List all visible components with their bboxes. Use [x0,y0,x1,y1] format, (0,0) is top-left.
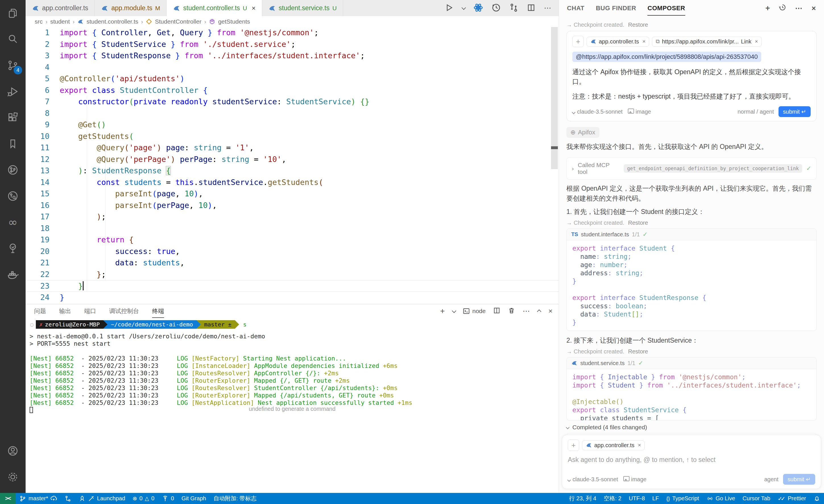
panel-tab-problems[interactable]: 问题 [34,307,46,315]
image-button[interactable]: image [623,476,646,483]
indentation-item[interactable]: 空格: 2 [600,493,625,504]
new-terminal-icon[interactable]: + [440,306,445,316]
eol-item[interactable]: LF [648,493,662,504]
model-selector[interactable]: claude-3.5-sonnet [568,476,618,483]
applied-check-icon: ✓ [638,360,643,367]
source-control-icon[interactable]: 4 [0,52,26,79]
restore-link[interactable]: Restore [628,348,648,355]
submit-button[interactable]: submit ↵ [779,106,811,117]
language-item[interactable]: {} TypeScript [662,493,703,504]
remote-indicator[interactable]: >< [0,493,16,504]
image-button[interactable]: image [628,109,651,115]
composer-input-placeholder[interactable]: Ask agent to do anything, @ to mention, … [568,456,815,464]
mode-label[interactable]: normal / agent [738,109,774,115]
panel-tab-ports[interactable]: 端口 [84,307,96,315]
tab-app-module[interactable]: app.module.ts M [95,0,167,16]
project-tree-icon[interactable] [0,235,26,261]
composer-more-icon[interactable]: ⋯ [795,4,803,13]
mcp-tool-card[interactable]: › Called MCP tool get_endpoint_openapi_d… [566,157,817,179]
scm-graph-item[interactable] [61,493,75,504]
search-icon[interactable] [0,26,26,52]
infinity-icon[interactable]: ∞ [0,209,26,235]
close-tab-icon[interactable]: × [251,4,255,12]
panel-more-icon[interactable]: ⋯ [523,307,531,316]
terminal-prompt: ○ ✗zeroliu@Zero-MBP ~/code/demo/nest-ai-… [29,320,559,329]
tab-app-controller[interactable]: app.controller.ts [26,0,95,16]
explorer-icon[interactable] [0,0,26,26]
command-decoration-icon[interactable]: ○ [30,321,33,328]
tab-bug-finder[interactable]: BUG FINDER [596,5,636,12]
run-debug-icon[interactable] [0,79,26,105]
remove-chip-icon[interactable]: × [755,38,758,44]
compare-changes-icon[interactable] [509,3,518,13]
terminal[interactable]: ○ ✗zeroliu@Zero-MBP ~/code/demo/nest-ai-… [26,320,559,414]
add-context-button[interactable]: + [568,439,579,451]
prettier-item[interactable]: ✓✓ Prettier [774,493,810,504]
composer-input-card[interactable]: + app.controller.ts × Ask agent to do an… [562,435,821,489]
atom-icon[interactable] [474,3,483,14]
editor-scrollbar[interactable] [551,27,558,304]
restore-link[interactable]: Restore [628,22,648,28]
git-history-icon[interactable] [0,183,26,209]
go-live-item[interactable]: Go Live [703,493,739,504]
close-panel-icon[interactable]: × [548,307,552,315]
run-dropdown-icon[interactable] [461,5,466,10]
context-chip-file[interactable]: app.controller.ts × [582,440,644,450]
new-chat-icon[interactable]: + [765,4,770,13]
notifications-item[interactable] [810,493,824,504]
context-chip-file[interactable]: app.controller.ts × [587,37,649,46]
timeline-icon[interactable] [492,3,501,13]
tab-composer[interactable]: COMPOSER [647,5,685,12]
launchpad-item[interactable]: Launchpad [75,493,129,504]
git-branch-item[interactable]: master* [16,493,61,504]
mention-link[interactable]: @https://app.apifox.com/link/project/589… [573,52,761,62]
settings-gear-icon[interactable] [0,464,26,490]
extensions-icon[interactable] [0,105,26,131]
restore-link[interactable]: Restore [628,220,648,226]
panel-tab-output[interactable]: 输出 [59,307,71,315]
success-check-icon: ✓ [806,165,811,172]
encoding-item[interactable]: UTF-8 [625,493,648,504]
add-context-button[interactable]: + [573,36,584,47]
git-graph-icon[interactable] [0,157,26,183]
code-line: @Injectable() [573,398,811,406]
code-block-filename[interactable]: student.service.ts [580,360,625,367]
code-line: } [573,319,811,327]
model-selector[interactable]: claude-3.5-sonnet [573,109,623,115]
more-actions-icon[interactable]: ⋯ [544,4,552,12]
code-editor[interactable]: 1import { Controller, Get, Query } from … [26,27,559,304]
close-composer-icon[interactable]: × [812,4,816,13]
completed-header[interactable]: Completed (4 files changed) [566,424,817,431]
panel-tab-debug-console[interactable]: 调试控制台 [109,307,139,315]
breadcrumb[interactable]: src › student › student.controller.ts › … [26,16,559,27]
split-terminal-icon[interactable] [493,307,500,316]
expand-chevron-icon[interactable]: › [572,165,574,172]
account-icon[interactable] [0,438,26,464]
run-button[interactable] [445,3,453,13]
docker-icon[interactable] [0,261,26,287]
remove-chip-icon[interactable]: × [638,442,641,448]
ports-item[interactable]: 0 [158,493,178,504]
panel-tab-terminal[interactable]: 终端 [152,307,164,318]
git-graph-item[interactable]: Git Graph [178,493,210,504]
terminal-process[interactable]: node [462,307,486,315]
context-chip-link[interactable]: ⧉ https://app.apifox.com/link/pr... Link… [652,37,762,46]
kill-terminal-icon[interactable] [508,307,515,316]
auto-attach-item[interactable]: 自动附加: 带标志 [210,493,260,504]
problems-item[interactable]: ⊗ 0 △ 0 [129,493,158,504]
split-editor-icon[interactable] [527,3,535,13]
remove-chip-icon[interactable]: × [642,38,645,44]
tab-student-service[interactable]: student.service.ts U [262,0,343,16]
tab-student-controller[interactable]: student.controller.ts U × [167,0,262,16]
tab-chat[interactable]: CHAT [567,5,584,12]
assistant-message: 根据 OpenAPI 定义，这是一个获取学生列表的 API，让我们来实现它。首先… [566,183,817,204]
cursor-tab-item[interactable]: Cursor Tab [739,493,774,504]
bookmarks-icon[interactable] [0,131,26,157]
submit-button[interactable]: submit ↵ [783,474,815,485]
code-block-filename[interactable]: student.interface.ts [581,231,629,238]
cursor-position-item[interactable]: 行 23, 列 4 [565,493,600,504]
terminal-dropdown-icon[interactable] [452,308,456,313]
maximize-panel-icon[interactable] [537,309,541,314]
mode-label[interactable]: agent [764,476,779,483]
history-icon[interactable] [779,3,787,13]
